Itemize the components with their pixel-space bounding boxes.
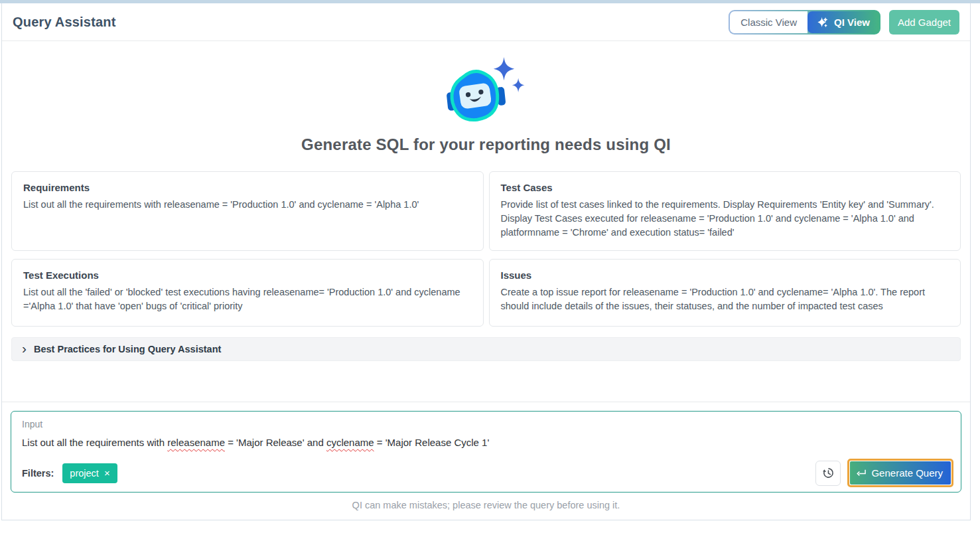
page-title: Query Assistant [13, 15, 116, 30]
add-gadget-label: Add Gadget [898, 17, 951, 28]
input-panel: Input List out all the requirements with… [2, 402, 970, 520]
generate-query-highlight: Generate Query [847, 459, 953, 487]
history-icon [822, 467, 835, 479]
hero-heading: Generate SQL for your reporting needs us… [2, 135, 970, 154]
close-icon[interactable]: × [104, 469, 110, 477]
header-actions: Classic View QI View Add Gadget [729, 10, 959, 35]
card-body: List out all the 'failed' or 'blocked' t… [23, 285, 472, 313]
qi-view-button[interactable]: QI View [807, 11, 879, 33]
query-text: = 'Major Release Cycle 1' [374, 437, 490, 448]
card-title: Requirements [23, 182, 472, 193]
query-term-cyclename: cyclename [326, 437, 374, 448]
example-card-test-executions[interactable]: Test Executions List out all the 'failed… [11, 259, 484, 327]
sparkles-icon [817, 16, 829, 28]
card-body: Provide list of test cases linked to the… [501, 198, 949, 240]
input-bottom-row: Filters: project × [22, 459, 953, 487]
best-practices-accordion[interactable]: › Best Practices for Using Query Assista… [11, 337, 961, 361]
query-input-box: Input List out all the requirements with… [11, 411, 961, 493]
enter-icon [857, 469, 867, 477]
ai-disclaimer: QI can make mistakes; please review the … [11, 500, 961, 510]
filter-chip-project[interactable]: project × [62, 463, 117, 483]
classic-view-button[interactable]: Classic View [730, 11, 807, 33]
filter-chip-label: project [70, 468, 99, 479]
card-body: Create a top issue report for releasenam… [501, 285, 949, 313]
card-title: Test Cases [501, 182, 949, 193]
query-text: List out all the requirements with [22, 437, 167, 448]
header: Query Assistant Classic View QI View [2, 3, 970, 41]
generate-query-button[interactable]: Generate Query [850, 461, 951, 485]
input-label: Input [22, 419, 950, 429]
query-text-input[interactable]: List out all the requirements with relea… [22, 437, 950, 448]
card-body: List out all the requirements with relea… [23, 198, 472, 212]
input-actions: Generate Query [815, 459, 953, 487]
query-assistant-panel: Query Assistant Classic View QI View [1, 3, 971, 520]
qi-view-label: QI View [834, 17, 870, 28]
example-card-test-cases[interactable]: Test Cases Provide list of test cases li… [489, 171, 961, 251]
qi-robot-icon [444, 56, 529, 129]
card-title: Test Executions [23, 269, 472, 281]
chevron-right-icon: › [22, 341, 27, 355]
best-practices-label: Best Practices for Using Query Assistant [34, 344, 221, 354]
example-card-requirements[interactable]: Requirements List out all the requiremen… [11, 171, 484, 251]
add-gadget-button[interactable]: Add Gadget [889, 10, 959, 35]
query-text: = 'Major Release' and [225, 437, 326, 448]
filters-label: Filters: [22, 468, 54, 479]
generate-query-label: Generate Query [871, 467, 943, 479]
card-title: Issues [501, 269, 949, 281]
history-button[interactable] [815, 461, 841, 486]
example-card-issues[interactable]: Issues Create a top issue report for rel… [489, 259, 961, 327]
example-cards: Requirements List out all the requiremen… [11, 171, 961, 327]
classic-view-label: Classic View [740, 17, 797, 28]
query-term-releasename: releasename [167, 437, 225, 448]
view-toggle: Classic View QI View [729, 10, 880, 35]
